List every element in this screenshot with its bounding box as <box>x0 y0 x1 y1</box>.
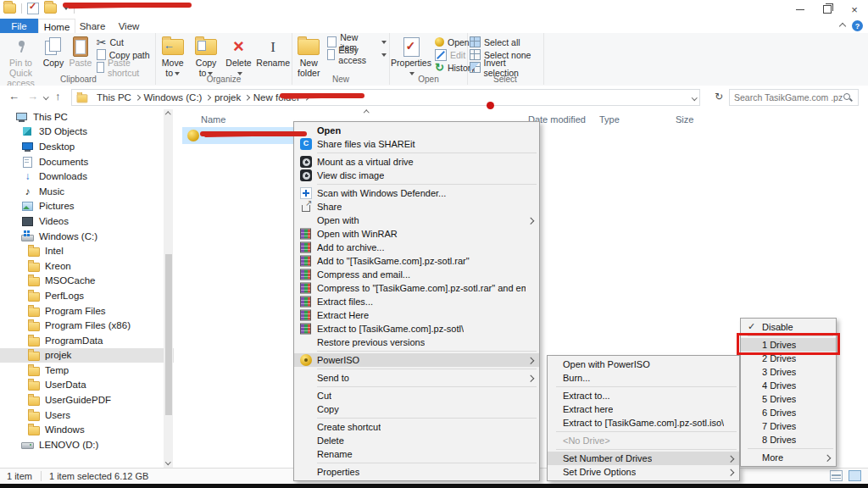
menu-item-extract-here[interactable]: Extract Here <box>294 308 539 322</box>
sidebar-item-perflogs[interactable]: PerfLogs <box>0 288 174 303</box>
sidebar-item-downloads[interactable]: ↓Downloads <box>0 169 174 184</box>
minimize-button[interactable] <box>787 0 814 19</box>
tab-share[interactable]: Share <box>74 19 111 33</box>
cut-button[interactable]: ✂ Cut <box>94 36 155 48</box>
column-header-type[interactable]: Type <box>599 114 620 125</box>
tab-home[interactable]: Home <box>38 19 75 34</box>
menu-item-create-shortcut[interactable]: Create shortcut <box>294 420 539 434</box>
sidebar-item-kreon[interactable]: Kreon <box>0 258 174 274</box>
easy-access-button[interactable]: Easy access <box>325 48 389 61</box>
details-view-button[interactable] <box>830 470 843 481</box>
search-icon[interactable] <box>843 92 853 103</box>
sidebar-item-program-files[interactable]: Program Files <box>0 303 174 319</box>
menu-item-share-files-via-shareit[interactable]: Share files via SHAREit <box>294 137 539 151</box>
menu-item-more[interactable]: More <box>741 451 836 464</box>
paste-button[interactable]: Paste <box>67 35 94 69</box>
menu-item-add-to-tasikgame-com-pz-sotl-rar[interactable]: Add to "[TasikGame.com].pz-sotl.rar" <box>294 254 539 268</box>
sidebar-item-desktop[interactable]: Desktop <box>0 139 174 154</box>
properties-button[interactable]: Properties <box>390 35 432 80</box>
menu-item-copy[interactable]: Copy <box>294 402 539 416</box>
sidebar-item-users[interactable]: Users <box>0 408 174 423</box>
move-to-button[interactable]: ← Move to <box>156 35 189 80</box>
sidebar-item-userdata[interactable]: UserData <box>0 378 174 393</box>
sidebar-item-music[interactable]: ♪Music <box>0 184 174 199</box>
thumbnails-view-button[interactable] <box>849 470 861 481</box>
column-header-name[interactable]: Name <box>201 114 225 125</box>
rename-button[interactable]: I Rename <box>254 35 292 69</box>
scroll-down-icon[interactable] <box>165 459 170 464</box>
forward-button[interactable]: → <box>27 90 38 103</box>
restore-button[interactable] <box>814 0 841 19</box>
sidebar-scrollbar[interactable] <box>164 109 173 469</box>
menu-item-extract-files[interactable]: Extract files... <box>294 295 539 308</box>
search-box[interactable] <box>729 89 859 106</box>
sidebar-item-windows-c[interactable]: Windows (C:) <box>0 229 174 244</box>
new-folder-qat-icon[interactable] <box>44 3 57 14</box>
column-header-size[interactable]: Size <box>676 114 693 125</box>
sidebar-item-msocache[interactable]: MSOCache <box>0 274 174 289</box>
menu-item-extract-to[interactable]: Extract to... <box>548 389 739 402</box>
menu-item-scan-with-windows-defender[interactable]: Scan with Windows Defender... <box>294 186 539 200</box>
menu-item-set-number-of-drives[interactable]: Set Number of Drives <box>548 452 739 465</box>
sidebar-item-windows[interactable]: Windows <box>0 422 174 437</box>
breadcrumb-projek[interactable]: projek <box>211 92 244 103</box>
properties-check-icon[interactable]: ✓ <box>27 3 39 14</box>
sidebar-item-lenovo-d[interactable]: LENOVO (D:) <box>0 437 174 452</box>
scroll-up-icon[interactable] <box>165 112 170 117</box>
menu-item-compress-to-tasikgame-com-pz-sotl-rar-and-email[interactable]: Compress to "[TasikGame.com].pz-sotl.rar… <box>294 281 539 295</box>
menu-item-extract-to-tasikgame-com-pz-sotl[interactable]: Extract to [TasikGame.com].pz-sotl\ <box>294 322 539 336</box>
menu-item-3-drives[interactable]: 3 Drives <box>741 365 836 379</box>
menu-item-burn[interactable]: Burn... <box>548 371 739 385</box>
menu-item-rename[interactable]: Rename <box>294 447 539 461</box>
address-dropdown-icon[interactable] <box>692 95 697 100</box>
breadcrumb-windows-c[interactable]: Windows (C:) <box>140 92 205 103</box>
menu-item-open-with-poweriso[interactable]: Open with PowerISO <box>548 358 739 371</box>
sidebar-item-videos[interactable]: Videos <box>0 214 174 229</box>
menu-item-view-disc-image[interactable]: View disc image <box>294 169 539 182</box>
menu-item-extract-to-tasikgame-com-pz-sotl-iso[interactable]: Extract to [TasikGame.com].pz-sotl.iso\ <box>548 416 739 430</box>
menu-item-8-drives[interactable]: 8 Drives <box>741 433 836 446</box>
menu-item-6-drives[interactable]: 6 Drives <box>741 406 836 419</box>
menu-item-properties[interactable]: Properties <box>294 465 539 479</box>
sidebar-item-3d-objects[interactable]: 3D Objects <box>0 125 174 140</box>
menu-item-add-to-archive[interactable]: Add to archive... <box>294 241 539 254</box>
search-input[interactable] <box>730 92 843 103</box>
address-bar[interactable]: This PCWindows (C:)projekNew folder <box>71 89 700 106</box>
menu-item-compress-and-email[interactable]: Compress and email... <box>294 268 539 281</box>
up-button[interactable]: ↑ <box>55 90 61 103</box>
tab-view[interactable]: View <box>111 19 147 33</box>
copy-to-button[interactable]: Copy to <box>189 35 222 80</box>
menu-item-set-drive-options[interactable]: Set Drive Options <box>548 465 739 479</box>
refresh-icon[interactable]: ↻ <box>715 91 723 103</box>
delete-button[interactable]: × Delete <box>223 35 255 80</box>
menu-item-no-drive[interactable]: <No Drive> <box>548 434 739 447</box>
menu-item-restore-previous-versions[interactable]: Restore previous versions <box>294 336 539 349</box>
collapse-ribbon-icon[interactable] <box>839 22 846 29</box>
invert-selection-button[interactable]: Invert selection <box>467 61 543 74</box>
new-folder-button[interactable]: New folder <box>292 35 325 80</box>
menu-item-poweriso[interactable]: PowerISO <box>294 353 539 367</box>
tab-file[interactable]: File <box>0 19 38 33</box>
sidebar-item-userguidepdf[interactable]: UserGuidePDF <box>0 392 174 408</box>
sidebar-item-intel[interactable]: Intel <box>0 243 174 258</box>
sidebar-item-pictures[interactable]: Pictures <box>0 199 174 214</box>
menu-item-open-with-winrar[interactable]: Open with WinRAR <box>294 227 539 241</box>
menu-item-share[interactable]: Share <box>294 200 539 214</box>
sidebar-item-this-pc[interactable]: This PC <box>0 109 174 125</box>
scrollbar-thumb[interactable] <box>165 254 172 415</box>
sidebar-item-documents[interactable]: Documents <box>0 154 174 169</box>
sidebar-item-programdata[interactable]: ProgramData <box>0 333 174 348</box>
menu-item-4-drives[interactable]: 4 Drives <box>741 379 836 392</box>
menu-item-delete[interactable]: Delete <box>294 434 539 447</box>
back-button[interactable]: ← <box>8 90 19 103</box>
recent-locations-icon[interactable] <box>43 94 48 99</box>
sidebar-item-temp[interactable]: Temp <box>0 363 174 378</box>
menu-item-5-drives[interactable]: 5 Drives <box>741 392 836 406</box>
help-icon[interactable]: ? <box>852 20 863 31</box>
breadcrumb-this-pc[interactable]: This PC <box>93 92 135 103</box>
menu-item-extract-here[interactable]: Extract here <box>548 402 739 416</box>
copy-button[interactable]: Copy <box>40 35 67 69</box>
menu-item-send-to[interactable]: Send to <box>294 371 539 385</box>
paste-shortcut-button[interactable]: Paste shortcut <box>94 61 155 74</box>
menu-item-mount-as-a-virtual-drive[interactable]: Mount as a virtual drive <box>294 155 539 169</box>
